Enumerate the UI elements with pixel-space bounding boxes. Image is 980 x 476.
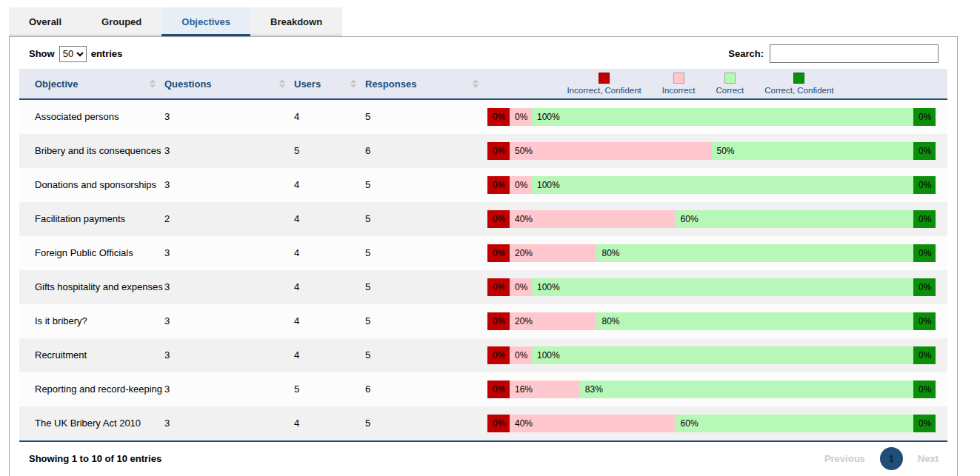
column-header-users[interactable]: Users — [294, 78, 365, 90]
questions-cell: 2 — [164, 210, 294, 228]
stacked-bar: 0%50%50%0% — [487, 142, 936, 160]
search-input[interactable] — [770, 44, 939, 63]
bar-segment-correct-confident: 0% — [913, 108, 936, 126]
table-controls: Show 50 entries Search: — [10, 37, 957, 67]
questions-cell: 3 — [164, 381, 294, 398]
bar-segment-label: 0% — [487, 278, 505, 296]
bar-segment-label: 60% — [676, 415, 699, 432]
legend-item-correct-confident: Correct, Confident — [764, 73, 833, 95]
table-body: Associated persons 3 4 5 0%0%100%0% Brib… — [19, 100, 947, 440]
stacked-bar: 0%16%83%0% — [487, 381, 936, 398]
responses-cell: 5 — [365, 415, 487, 432]
page-1-button[interactable]: 1 — [880, 447, 903, 470]
legend-item-incorrect: Incorrect — [662, 73, 696, 95]
objective-cell: Gifts hospitality and expenses — [19, 278, 164, 296]
next-button[interactable]: Next — [918, 453, 939, 464]
previous-button[interactable]: Previous — [824, 453, 865, 464]
bar-segment-incorrect: 40% — [510, 415, 676, 432]
responses-cell: 5 — [365, 244, 487, 262]
bar-segment-incorrect: 50% — [510, 142, 712, 160]
responses-cell: 5 — [365, 278, 487, 296]
stacked-bar: 0%20%80%0% — [487, 244, 936, 262]
questions-cell: 3 — [164, 108, 294, 126]
bar-segment-correct-confident: 0% — [913, 176, 936, 194]
objective-cell: Reporting and record-keeping — [19, 381, 164, 398]
bar-segment-correct: 100% — [532, 108, 913, 126]
users-cell: 5 — [294, 381, 365, 398]
bar-segment-label: 60% — [676, 210, 699, 228]
questions-cell: 3 — [164, 346, 294, 364]
bar-segment-incorrect-confident: 0% — [487, 244, 510, 262]
bar-segment-incorrect: 20% — [510, 244, 596, 262]
tab-grouped[interactable]: Grouped — [81, 7, 161, 36]
bar-segment-label: 0% — [913, 381, 931, 398]
bar-segment-label: 100% — [532, 278, 560, 296]
bar-segment-correct: 100% — [532, 278, 913, 296]
results-cell: 0%0%100%0% — [487, 343, 947, 367]
stacked-bar: 0%0%100%0% — [487, 176, 936, 194]
legend-swatch-incorrect-confident — [599, 73, 610, 84]
column-header-responses[interactable]: Responses — [365, 78, 487, 90]
objectives-panel: Show 50 entries Search: Objective Questi… — [9, 36, 958, 476]
stacked-bar: 0%20%80%0% — [487, 312, 936, 330]
bar-segment-incorrect-confident: 0% — [487, 210, 510, 228]
users-cell: 4 — [294, 346, 365, 364]
sort-icon — [473, 79, 479, 88]
results-cell: 0%40%60%0% — [487, 207, 947, 231]
bar-segment-label: 83% — [580, 381, 603, 398]
questions-cell: 3 — [164, 176, 294, 194]
page-size-select[interactable]: 50 — [59, 46, 87, 62]
bar-segment-label: 80% — [596, 244, 619, 262]
bar-segment-label: 0% — [913, 415, 931, 432]
bar-segment-label: 0% — [510, 176, 527, 194]
legend-swatch-correct-confident — [793, 73, 804, 84]
tab-objectives[interactable]: Objectives — [161, 7, 250, 36]
bar-segment-incorrect-confident: 0% — [487, 312, 510, 330]
bar-segment-label: 0% — [487, 108, 505, 126]
objective-cell: Is it bribery? — [19, 312, 164, 330]
table-row: The UK Bribery Act 2010 3 4 5 0%40%60%0% — [19, 406, 947, 440]
legend-label: Correct, Confident — [764, 86, 833, 95]
column-header-objective[interactable]: Objective — [19, 78, 164, 90]
bar-segment-correct-confident: 0% — [913, 415, 936, 432]
column-header-questions[interactable]: Questions — [164, 78, 294, 90]
results-cell: 0%20%80%0% — [487, 241, 947, 265]
table-row: Bribery and its consequences 3 5 6 0%50%… — [19, 134, 947, 168]
bar-segment-incorrect: 40% — [510, 210, 676, 228]
tab-breakdown[interactable]: Breakdown — [250, 7, 342, 36]
stacked-bar: 0%0%100%0% — [487, 278, 936, 296]
users-cell: 4 — [294, 210, 365, 228]
table-row: Gifts hospitality and expenses 3 4 5 0%0… — [19, 270, 947, 304]
results-cell: 0%0%100%0% — [487, 275, 947, 299]
objective-cell: Bribery and its consequences — [19, 142, 164, 160]
bar-segment-incorrect: 20% — [510, 312, 596, 330]
sort-icon — [279, 79, 285, 88]
bar-segment-incorrect: 0% — [510, 176, 532, 194]
stacked-bar: 0%0%100%0% — [487, 108, 936, 126]
bar-segment-correct-confident: 0% — [913, 244, 936, 262]
results-cell: 0%40%60%0% — [487, 412, 947, 435]
table-row: Recruitment 3 4 5 0%0%100%0% — [19, 338, 947, 372]
bar-segment-label: 16% — [510, 381, 533, 398]
bar-segment-correct: 50% — [712, 142, 914, 160]
show-label: Show — [29, 48, 55, 59]
users-cell: 4 — [294, 278, 365, 296]
bar-segment-label: 40% — [510, 415, 533, 432]
bar-segment-incorrect-confident: 0% — [487, 176, 510, 194]
bar-segment-label: 0% — [913, 244, 931, 262]
responses-cell: 6 — [365, 142, 487, 160]
tab-overall[interactable]: Overall — [9, 7, 81, 36]
results-cell: 0%16%83%0% — [487, 378, 947, 401]
bar-segment-label: 0% — [913, 176, 931, 194]
legend-swatch-correct — [724, 73, 736, 84]
users-cell: 4 — [294, 176, 365, 194]
results-cell: 0%20%80%0% — [487, 309, 947, 333]
sort-icon — [150, 79, 156, 88]
table-header: Objective Questions Users Responses Inco… — [19, 69, 947, 100]
objective-cell: The UK Bribery Act 2010 — [19, 415, 164, 432]
objective-cell: Recruitment — [19, 346, 164, 364]
bar-segment-incorrect: 16% — [510, 381, 580, 398]
responses-cell: 5 — [365, 312, 487, 330]
objective-cell: Foreign Public Officials — [19, 244, 164, 262]
pagination: Previous 1 Next — [824, 447, 939, 470]
